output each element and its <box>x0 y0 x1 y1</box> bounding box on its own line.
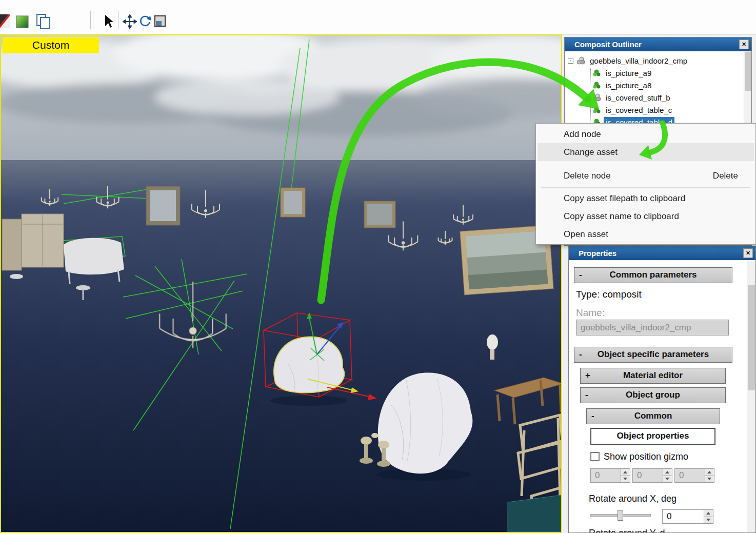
3d-scene <box>1 35 561 532</box>
no-texture-icon[interactable] <box>0 13 12 30</box>
close-icon[interactable]: ✕ <box>743 248 753 258</box>
cluster-icon <box>592 93 601 102</box>
scrollbar-thumb[interactable] <box>745 52 751 91</box>
tree-label[interactable]: is_picture_a8 <box>604 80 653 91</box>
collapse-toggle-icon[interactable]: - <box>568 58 573 64</box>
slider-thumb[interactable] <box>618 510 623 521</box>
spin-down-icon[interactable] <box>663 476 672 482</box>
tree-label[interactable]: goebbels_villa_indoor2_cmp <box>588 55 689 66</box>
move-icon[interactable] <box>122 13 137 30</box>
show-position-gizmo-checkbox[interactable] <box>590 452 600 461</box>
spin-down-icon[interactable] <box>621 476 630 482</box>
spin-up-icon[interactable] <box>621 469 630 476</box>
plant-icon <box>592 81 601 90</box>
menu-item-copy-filepath[interactable]: Copy asset filepath to clipboard <box>538 189 754 207</box>
plant-icon <box>592 106 601 114</box>
tree-label[interactable]: is_covered_table_c <box>604 105 674 115</box>
name-label: Name: <box>576 307 605 319</box>
spin-down-icon[interactable] <box>705 476 714 482</box>
wardrobe-left[interactable] <box>2 214 64 270</box>
menu-item-change-asset[interactable]: Change asset <box>538 143 754 161</box>
spin-up-icon[interactable] <box>663 469 672 476</box>
position-z-spinner[interactable]: 0 <box>674 468 714 483</box>
spin-up-icon[interactable] <box>704 510 713 517</box>
select-cursor-icon[interactable] <box>101 13 116 30</box>
scrollbar-thumb[interactable] <box>748 285 755 390</box>
picture-frame[interactable] <box>364 201 395 228</box>
tree-row[interactable]: is_covered_stuff_b <box>565 91 744 104</box>
menu-item-copy-name[interactable]: Copy asset name to clipboard <box>538 207 754 225</box>
type-value: Type: composit <box>576 289 642 300</box>
tree-row[interactable]: is_picture_a9 <box>565 67 744 79</box>
3d-viewport[interactable]: Custom <box>0 34 562 533</box>
collapse-toggle-icon[interactable]: - <box>579 268 582 282</box>
context-menu: Add node Change asset Delete node Delete… <box>535 123 756 245</box>
tree-connector <box>590 68 591 122</box>
properties-titlebar[interactable]: Properties ✕ <box>569 246 755 260</box>
rotate-icon[interactable] <box>137 13 153 30</box>
object-group-header[interactable]: - Object group <box>580 387 726 403</box>
properties-scrollbar[interactable] <box>747 260 755 532</box>
framed-mirror[interactable] <box>146 186 180 225</box>
object-properties-button[interactable]: Object properties <box>590 428 715 445</box>
collapse-toggle-icon[interactable]: - <box>591 409 594 423</box>
tree-row[interactable]: is_picture_a8 <box>565 79 744 91</box>
spin-up-icon[interactable] <box>705 469 714 476</box>
rotate-x-spinner[interactable]: 0 <box>662 509 713 524</box>
composite-icon <box>576 56 585 65</box>
position-y-spinner[interactable]: 0 <box>632 468 672 483</box>
viewport-mode-label[interactable]: Custom <box>3 37 99 53</box>
close-icon[interactable]: ✕ <box>739 40 749 49</box>
material-editor-header[interactable]: + Material editor <box>580 368 726 384</box>
position-x-spinner[interactable]: 0 <box>590 468 630 483</box>
common-parameters-header[interactable]: - Common parameters <box>574 267 732 283</box>
small-picture[interactable] <box>281 188 305 217</box>
editor-window: Custom Composit Outliner ✕ - goebbels_vi… <box>0 0 756 533</box>
copy-page-icon[interactable] <box>35 13 50 30</box>
object-specific-header[interactable]: - Object specific parameters <box>574 347 732 363</box>
collapse-toggle-icon[interactable]: - <box>579 347 582 362</box>
menu-separator <box>541 187 750 188</box>
tree-label[interactable]: is_covered_stuff_b <box>604 92 672 103</box>
spin-down-icon[interactable] <box>704 517 713 523</box>
toolbar-separator <box>93 11 93 29</box>
properties-title: Properties <box>579 249 616 258</box>
menu-item-open-asset[interactable]: Open asset <box>538 225 754 243</box>
outliner-titlebar[interactable]: Composit Outliner ✕ <box>565 37 751 51</box>
toolbar-separator <box>118 11 118 29</box>
tree-row[interactable]: is_covered_table_c <box>565 104 744 116</box>
expand-toggle-icon[interactable]: + <box>585 368 590 383</box>
gradient-swatch-icon[interactable] <box>14 13 30 30</box>
outliner-title: Composit Outliner <box>574 40 642 49</box>
rotate-y-partial-label: Rotate around Y, d <box>589 528 665 533</box>
menu-item-delete-node[interactable]: Delete node Delete <box>538 167 754 185</box>
toolbar-separator <box>90 11 91 29</box>
rotate-x-label: Rotate around X, deg <box>589 493 677 504</box>
tree-row-root[interactable]: - goebbels_villa_indoor2_cmp <box>565 54 744 67</box>
menu-shortcut: Delete <box>713 167 738 185</box>
collapse-toggle-icon[interactable]: - <box>585 388 588 402</box>
selected-shadow <box>270 396 347 406</box>
common-header[interactable]: - Common <box>586 408 720 424</box>
properties-panel: Properties ✕ - Common parameters Type: c… <box>568 246 756 533</box>
show-position-gizmo-label: Show position gizmo <box>604 451 688 462</box>
main-toolbar <box>0 0 756 35</box>
plant-icon <box>592 69 601 77</box>
menu-item-add-node[interactable]: Add node <box>538 125 754 143</box>
scale-icon[interactable] <box>153 13 168 30</box>
name-input[interactable]: goebbels_villa_indoor2_cmp <box>576 320 729 335</box>
tree-label[interactable]: is_picture_a9 <box>604 68 653 78</box>
